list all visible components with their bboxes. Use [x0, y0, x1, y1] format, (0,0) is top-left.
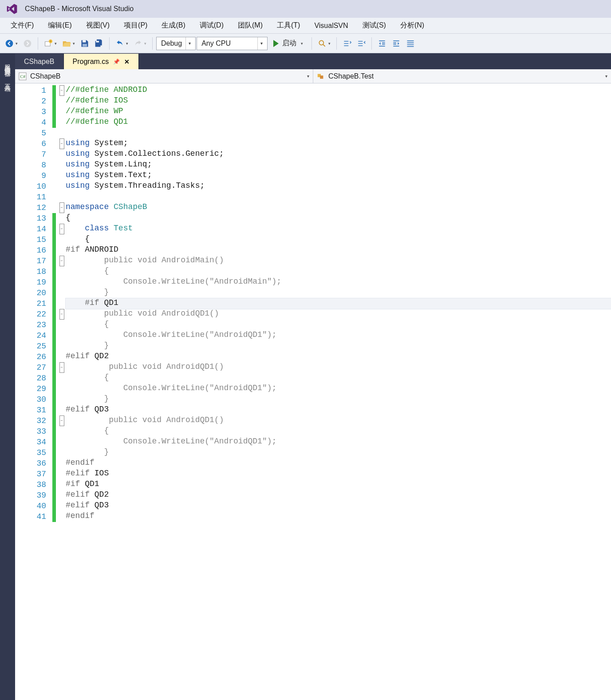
code-line[interactable]: }	[66, 288, 611, 298]
nav-class-label: CShapeB.Test	[328, 72, 374, 80]
indent-more-button[interactable]	[390, 36, 403, 51]
code-line[interactable]: #endif	[66, 458, 611, 469]
menu-item-4[interactable]: 生成(B)	[154, 18, 192, 33]
code-lines[interactable]: //#define ANDROID//#define IOS//#define …	[66, 83, 611, 700]
code-line[interactable]: #if QD1	[66, 298, 611, 309]
line-number-gutter: 1234567891011121314151617181920212223242…	[15, 83, 52, 700]
start-label: 启动	[282, 39, 296, 48]
code-line[interactable]: using System;	[66, 138, 611, 149]
start-debug-button[interactable]: 启动 ▾	[268, 36, 308, 51]
code-line[interactable]: #elif QD2	[66, 490, 611, 501]
doc-tab-1[interactable]: Program.cs📌✕	[64, 54, 139, 69]
menu-item-7[interactable]: 工具(T)	[270, 18, 307, 33]
menu-item-8[interactable]: VisualSVN	[307, 19, 355, 32]
code-line[interactable]: {	[66, 373, 611, 384]
title-bar: CShapeB - Microsoft Visual Studio	[0, 0, 611, 18]
svg-rect-6	[96, 41, 99, 42]
nav-scope-dropdown[interactable]: C# CShapeB ▾	[15, 69, 313, 83]
svg-text:C#: C#	[20, 74, 26, 79]
open-file-button[interactable]: ▾	[60, 36, 77, 51]
svg-point-1	[24, 40, 32, 47]
side-tab-1[interactable]: 工具箱	[3, 75, 12, 85]
code-line[interactable]: //#define ANDROID	[66, 85, 611, 96]
fold-toggle[interactable]: −	[59, 224, 64, 234]
fold-toggle[interactable]: −	[59, 256, 64, 266]
side-tab-0[interactable]: 服务器资源管理器	[3, 56, 12, 70]
code-line[interactable]: }	[66, 447, 611, 458]
fold-toggle[interactable]: −	[59, 362, 64, 373]
save-all-button[interactable]	[92, 36, 106, 51]
code-line[interactable]: //#define IOS	[66, 96, 611, 107]
code-line[interactable]: #if QD1	[66, 479, 611, 490]
code-line[interactable]: }	[66, 394, 611, 405]
code-line[interactable]	[66, 192, 611, 202]
fold-toggle[interactable]: −	[59, 85, 64, 96]
menu-item-3[interactable]: 项目(P)	[117, 18, 154, 33]
code-line[interactable]: //#define WP	[66, 107, 611, 117]
menu-item-10[interactable]: 分析(N)	[393, 18, 431, 33]
doc-tab-label: CShapeB	[24, 58, 55, 66]
code-line[interactable]: Console.WriteLine("AndroidQD1");	[66, 330, 611, 341]
code-line[interactable]: using System.Threading.Tasks;	[66, 181, 611, 192]
code-line[interactable]: #endif	[66, 511, 611, 522]
code-line[interactable]: using System.Linq;	[66, 160, 611, 170]
window-title: CShapeB - Microsoft Visual Studio	[25, 5, 134, 13]
menu-item-2[interactable]: 视图(V)	[79, 18, 117, 33]
code-line[interactable]: public void AndroidQD1()	[66, 415, 611, 426]
nav-back-button[interactable]: ▾	[3, 36, 20, 51]
pin-icon[interactable]: 📌	[113, 59, 120, 65]
close-icon[interactable]: ✕	[124, 58, 130, 65]
indent-less-button[interactable]	[375, 36, 389, 51]
doc-tab-0[interactable]: CShapeB	[15, 54, 64, 69]
step-in-button[interactable]	[355, 36, 368, 51]
code-line[interactable]: {	[66, 320, 611, 330]
side-tab-well: 服务器资源管理器工具箱	[0, 53, 15, 700]
code-line[interactable]: #elif QD3	[66, 405, 611, 415]
code-line[interactable]: #if ANDROID	[66, 245, 611, 256]
code-line[interactable]: #elif IOS	[66, 469, 611, 479]
fold-toggle[interactable]: −	[59, 138, 64, 149]
nav-class-dropdown[interactable]: CShapeB.Test ▾	[313, 69, 611, 83]
code-editor[interactable]: 1234567891011121314151617181920212223242…	[15, 83, 611, 700]
platform-label: Any CPU	[201, 40, 231, 47]
menu-item-6[interactable]: 团队(M)	[231, 18, 270, 33]
code-line[interactable]: namespace CShapeB	[66, 202, 611, 213]
step-out-button[interactable]	[340, 36, 354, 51]
config-dropdown[interactable]: Debug ▾	[156, 37, 196, 50]
undo-button[interactable]: ▾	[113, 36, 130, 51]
code-line[interactable]: {	[66, 234, 611, 245]
find-button[interactable]: ▾	[315, 36, 333, 51]
code-line[interactable]: class Test	[66, 224, 611, 234]
save-button[interactable]	[78, 36, 91, 51]
code-line[interactable]: Console.WriteLine("AndroidQD1");	[66, 437, 611, 447]
comment-button[interactable]	[404, 36, 417, 51]
code-line[interactable]: using System.Text;	[66, 170, 611, 181]
code-line[interactable]: Console.WriteLine("AndroidQD1");	[66, 384, 611, 394]
code-line[interactable]: using System.Collections.Generic;	[66, 149, 611, 160]
fold-column[interactable]: −−−−−−−−	[58, 83, 66, 700]
svg-rect-11	[320, 75, 323, 79]
menu-item-1[interactable]: 编辑(E)	[41, 18, 79, 33]
code-line[interactable]: //#define QD1	[66, 117, 611, 128]
play-icon	[273, 40, 279, 47]
menu-item-9[interactable]: 测试(S)	[355, 18, 393, 33]
fold-toggle[interactable]: −	[59, 309, 64, 320]
code-line[interactable]: #elif QD3	[66, 501, 611, 511]
new-project-button[interactable]: ▾	[42, 36, 59, 51]
code-line[interactable]: {	[66, 266, 611, 277]
code-line[interactable]	[66, 128, 611, 138]
menu-item-5[interactable]: 调试(D)	[193, 18, 231, 33]
code-line[interactable]: public void AndroidQD1()	[66, 362, 611, 373]
code-line[interactable]: {	[66, 213, 611, 224]
code-line[interactable]: {	[66, 426, 611, 437]
code-line[interactable]: #elif QD2	[66, 352, 611, 362]
code-line[interactable]: public void AndroidMain()	[66, 256, 611, 266]
code-line[interactable]: Console.WriteLine("AndroidMain");	[66, 277, 611, 288]
fold-toggle[interactable]: −	[59, 202, 64, 213]
code-line[interactable]: }	[66, 341, 611, 352]
fold-toggle[interactable]: −	[59, 415, 64, 426]
platform-dropdown[interactable]: Any CPU ▾	[197, 37, 268, 50]
code-line[interactable]: public void AndroidQD1()	[66, 309, 611, 320]
nav-forward-button	[21, 36, 34, 51]
menu-item-0[interactable]: 文件(F)	[4, 18, 41, 33]
